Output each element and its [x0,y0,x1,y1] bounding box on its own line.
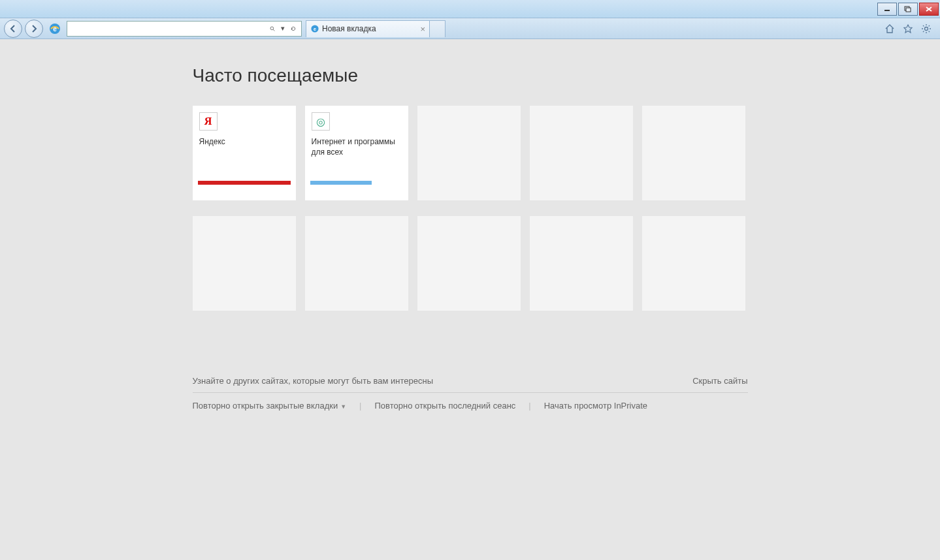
tab-close-icon[interactable]: × [420,24,425,34]
svg-point-11 [925,27,928,30]
footer-area: Узнайте о других сайтах, которые могут б… [193,376,748,411]
ie-tab-icon: e [310,24,319,33]
forward-button[interactable] [25,20,43,38]
new-tab-page: Часто посещаемые Я Яндекс ◎ Интернет и п… [0,39,940,560]
frequent-sites-grid: Я Яндекс ◎ Интернет и программы для всех [193,106,748,311]
window-controls [877,3,939,16]
separator: | [359,401,374,411]
site-tile[interactable]: ◎ Интернет и программы для всех [305,106,408,200]
search-icon[interactable] [267,25,278,33]
svg-line-8 [273,29,274,31]
minimize-button[interactable] [877,3,897,16]
favorites-icon[interactable] [902,23,914,35]
site-tile-empty[interactable] [530,216,633,311]
tab[interactable]: e Новая вкладка × [306,20,430,37]
settings-icon[interactable] [920,23,932,35]
refresh-icon[interactable] [288,25,299,33]
site-tile-empty[interactable] [417,106,521,200]
browser-toolbar: e ▾ e Новая вкладка × [0,18,940,39]
page-heading: Часто посещаемые [193,65,748,86]
back-button[interactable] [4,20,22,38]
home-icon[interactable] [884,23,896,35]
site-tile[interactable]: Я Яндекс [193,106,296,200]
address-bar[interactable]: ▾ [67,21,302,37]
site-tile-accent [310,181,372,185]
tab-title: Новая вкладка [322,24,376,33]
dropdown-icon[interactable]: ▾ [278,24,288,33]
site-tile-title: Интернет и программы для всех [305,134,408,160]
window-titlebar [0,0,940,18]
discover-sites-link[interactable]: Узнайте о других сайтах, которые могут б… [193,376,434,386]
svg-point-7 [270,27,274,30]
svg-text:e: e [314,27,316,31]
site-tile-empty[interactable] [193,216,296,311]
ie-logo-icon: e [48,22,61,35]
reopen-closed-tabs-link[interactable]: Повторно открыть закрытые вкладки▼ [193,401,360,411]
new-tab-button[interactable] [430,20,446,37]
start-inprivate-link[interactable]: Начать просмотр InPrivate [544,401,660,411]
toolbar-right [884,23,936,35]
site-tile-title: Яндекс [193,134,296,150]
address-input[interactable] [70,22,267,36]
hide-sites-link[interactable]: Скрыть сайты [692,376,747,386]
site-tile-icon: Я [199,112,218,131]
svg-rect-2 [906,8,911,12]
maximize-button[interactable] [898,3,918,16]
tab-strip: e Новая вкладка × [306,20,446,37]
site-tile-empty[interactable] [417,216,521,311]
svg-text:e: e [53,25,57,33]
site-tile-empty[interactable] [305,216,408,311]
site-tile-accent [198,181,291,185]
separator: | [528,401,543,411]
close-button[interactable] [919,3,939,16]
site-tile-empty[interactable] [642,216,745,311]
site-tile-icon: ◎ [312,112,330,131]
site-tile-empty[interactable] [642,106,745,200]
site-tile-empty[interactable] [530,106,633,200]
reopen-last-session-link[interactable]: Повторно открыть последний сеанс [374,401,528,411]
chevron-down-icon: ▼ [340,403,346,410]
